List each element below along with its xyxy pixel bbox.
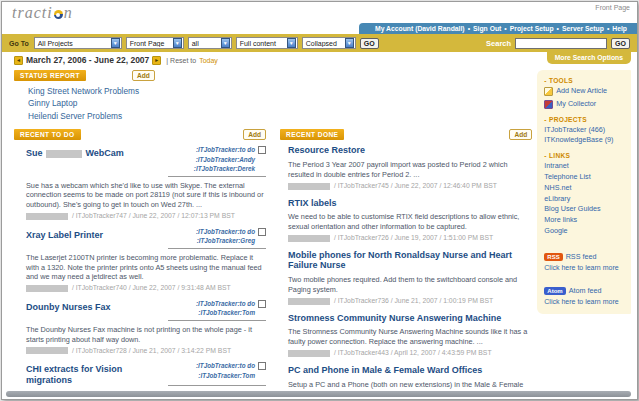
todo-item-tags: :ITJobTracker:to do:ITJobTracker:Andy:IT… — [168, 145, 266, 176]
chevron-down-icon[interactable]: ▼ — [345, 38, 354, 48]
todo-item: Xray Label Printer :ITJobTracker:to do:I… — [26, 227, 266, 292]
chevron-down-icon[interactable]: ▼ — [111, 38, 120, 48]
done-item-title[interactable]: RTIX labels — [288, 198, 532, 209]
chevron-down-icon[interactable]: ▼ — [221, 38, 230, 48]
todo-item-title[interactable]: Dounby Nurses Fax — [26, 299, 111, 321]
chevron-down-icon[interactable]: ▼ — [287, 38, 296, 48]
atom-feed-link[interactable]: Atom feed — [569, 286, 602, 295]
tag-link[interactable]: :ITJobTracker:to do — [196, 361, 255, 370]
text-segment: CHI extracts for Vision migrations — [26, 364, 122, 385]
sidebar-link[interactable]: eLibrary — [544, 194, 626, 205]
todo-checkbox[interactable] — [258, 146, 266, 154]
tag-links: :ITJobTracker:to do:ITJobTracker:Andy:IT… — [194, 145, 255, 173]
tag-link[interactable]: :ITJobTracker:Tom — [196, 308, 255, 317]
sidebar-link[interactable]: Blog User Guides — [544, 204, 626, 215]
todo-item-title[interactable]: Xray Label Printer — [26, 227, 103, 249]
nav-link-my-account-david-randall-[interactable]: My Account (David Randall) — [375, 25, 465, 32]
subheader-row: More Search Options ◄ March 27, 2006 - J… — [2, 52, 637, 69]
more-search-options-button[interactable]: More Search Options — [547, 52, 631, 64]
next-date-icon[interactable]: ► — [152, 56, 161, 65]
todo-item-body: The Laserjet 2100TN printer is becoming … — [26, 253, 266, 283]
todo-item-meta-text: / ITJobTracker747 / June 22, 2007 / 12:0… — [70, 212, 235, 219]
tag-link[interactable]: :ITJobTracker:Tom — [196, 371, 255, 380]
redacted-author — [288, 235, 330, 242]
nav-link-help[interactable]: Help — [612, 25, 627, 32]
nav-link-project-setup[interactable]: Project Setup — [510, 25, 554, 32]
status-report-link[interactable]: Ginny Laptop — [28, 97, 532, 109]
sidebar-tool-add-new-article[interactable]: Add New Article — [544, 86, 626, 97]
main-toolbar: Go To All Projects▼Front Page▼all▼Full c… — [2, 34, 637, 52]
content-select[interactable]: Full content▼ — [236, 37, 298, 49]
nav-link-sign-out[interactable]: Sign Out — [473, 25, 501, 32]
window-bottom-bar — [6, 391, 631, 397]
todo-item-head: Dounby Nurses Fax :ITJobTracker:to do:IT… — [26, 299, 266, 321]
todo-checkbox[interactable] — [258, 228, 266, 236]
atom-feed-row: AtomAtom feedClick here to learn more — [544, 279, 626, 305]
sidebar-tool-my-collector[interactable]: My Collector — [544, 99, 626, 110]
collector-icon — [544, 100, 553, 109]
done-item-title[interactable]: Resource Restore — [288, 145, 532, 156]
status-report-link[interactable]: Heilendi Server Problems — [28, 110, 532, 122]
today-link[interactable]: Today — [199, 57, 218, 64]
done-item: Mobile phones for North Ronaldsay Nurse … — [288, 250, 532, 305]
search-go-button[interactable]: GO — [611, 38, 630, 49]
nav-link-server-setup[interactable]: Server Setup — [562, 25, 604, 32]
logo-text-post: n — [64, 4, 73, 22]
collapse-select[interactable]: Collapsed▼ — [302, 37, 356, 49]
atom-feed-badge[interactable]: Atom — [544, 287, 565, 295]
rss-feed-badge[interactable]: RSS — [544, 253, 562, 261]
rss-feed-row: RSSRSS feedClick here to learn more — [544, 245, 626, 271]
done-item-meta-text: / ITJobTracker745 / June 22, 2007 / 12:4… — [332, 182, 497, 189]
atom-feed-learn-more-link[interactable]: Click here to learn more — [544, 298, 626, 305]
recent-done-badge: RECENT DONE — [280, 129, 344, 140]
traction-logo[interactable]: tractin — [12, 4, 73, 22]
todo-item-title[interactable]: CHI extracts for Vision migrations — [26, 361, 168, 386]
todo-item-meta: / ITJobTracker740 / June 22, 2007 / 9:31… — [26, 284, 266, 292]
sidebar-link[interactable]: NHS.net — [544, 183, 626, 194]
go-button[interactable]: GO — [360, 38, 379, 49]
tag-link[interactable]: :ITJobTracker:to do — [196, 299, 255, 308]
chevron-down-icon[interactable]: ▼ — [173, 38, 182, 48]
tag-link[interactable]: :ITJobTracker:Andy — [194, 155, 255, 164]
prev-date-icon[interactable]: ◄ — [14, 56, 23, 65]
status-report-badge: STATUS REPORT — [14, 70, 86, 81]
nav-separator: • — [504, 25, 506, 32]
sidebar-link[interactable]: Telephone List — [544, 172, 626, 183]
tag-links: :ITJobTracker:to do:ITJobTracker:Tom — [196, 299, 255, 318]
sidebar-link[interactable]: Google — [544, 226, 626, 237]
rss-feed-link[interactable]: RSS feed — [566, 252, 597, 261]
logo-row: tractin Front Page — [2, 2, 637, 23]
sidebar-link[interactable]: Intranet — [544, 161, 626, 172]
done-item-meta-text: / ITJobTracker726 / June 19, 2007 / 1:51… — [332, 234, 493, 241]
status-report-add-button[interactable]: Add — [132, 70, 155, 81]
recent-todo-list: Sue WebCam :ITJobTracker:to do:ITJobTrac… — [14, 145, 266, 400]
done-item-body: The Stromness Community Nurse Answering … — [288, 327, 532, 347]
todo-checkbox[interactable] — [258, 300, 266, 308]
tag-link[interactable]: :ITJobTracker:Greg — [196, 236, 255, 245]
todo-item-title[interactable]: Sue WebCam — [26, 145, 124, 176]
done-item-title[interactable]: Stromness Community Nurse Answering Mach… — [288, 313, 532, 324]
done-item-title[interactable]: PC and Phone in Male & Female Ward Offic… — [288, 365, 532, 376]
tag-link[interactable]: :ITJobTracker:to do — [196, 227, 255, 236]
done-item-title[interactable]: Mobile phones for North Ronaldsay Nurse … — [288, 250, 532, 272]
scope-select-value: all — [189, 40, 221, 47]
done-item-meta: / ITJobTracker443 / April 12, 2007 / 4:4… — [288, 349, 532, 357]
view-select[interactable]: Front Page▼ — [126, 37, 184, 49]
rss-feed-learn-more-link[interactable]: Click here to learn more — [544, 264, 626, 271]
status-report-link[interactable]: King Street Network Problems — [28, 85, 532, 97]
redacted-author — [288, 350, 330, 357]
todo-checkbox[interactable] — [258, 362, 266, 370]
done-item-meta: / ITJobTracker736 / June 21, 2007 / 1:00… — [288, 297, 532, 305]
recent-todo-add-button[interactable]: Add — [243, 129, 266, 140]
sidebar-project-link[interactable]: ITKnowledgeBase (9) — [544, 135, 626, 146]
tag-link[interactable]: :ITJobTracker:Derek — [194, 164, 255, 173]
text-segment: WebCam — [83, 148, 124, 158]
sidebar-link[interactable]: More links — [544, 215, 626, 226]
tag-link[interactable]: :ITJobTracker:to do — [194, 145, 255, 154]
scope-select[interactable]: all▼ — [188, 37, 232, 49]
project-select[interactable]: All Projects▼ — [34, 37, 122, 49]
recent-done-add-button[interactable]: Add — [509, 129, 532, 140]
browser-window: tractin Front Page My Account (David Ran… — [1, 1, 638, 400]
search-input[interactable] — [515, 38, 607, 49]
sidebar-project-link[interactable]: ITJobTracker (466) — [544, 125, 626, 136]
